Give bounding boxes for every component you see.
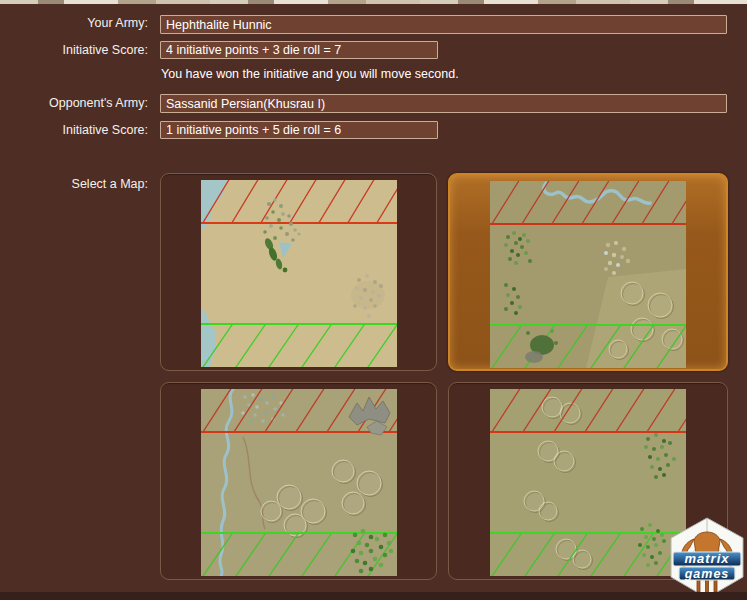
map-thumbnail-1 bbox=[201, 180, 397, 367]
select-map-label: Select a Map: bbox=[0, 177, 148, 192]
your-army-label: Your Army: bbox=[0, 16, 148, 31]
opponent-initiative-label: Initiative Score: bbox=[0, 123, 148, 138]
svg-text:matrix: matrix bbox=[684, 551, 729, 566]
your-initiative-field[interactable] bbox=[160, 41, 438, 59]
map-card-1[interactable] bbox=[160, 173, 437, 371]
map-thumbnail-4 bbox=[490, 389, 686, 576]
logo-banner-games: games bbox=[679, 567, 735, 581]
your-army-field[interactable] bbox=[160, 15, 727, 34]
opponent-initiative-field[interactable] bbox=[160, 121, 438, 139]
svg-text:games: games bbox=[684, 567, 730, 581]
opponent-army-field[interactable] bbox=[160, 94, 727, 113]
map-thumbnail-2 bbox=[490, 181, 686, 368]
map-card-3[interactable] bbox=[160, 382, 437, 580]
your-initiative-label: Initiative Score: bbox=[0, 43, 148, 58]
opponent-army-label: Opponent's Army: bbox=[0, 96, 148, 111]
window-top-texture-strip bbox=[0, 0, 747, 4]
map-thumbnail-3 bbox=[201, 389, 397, 576]
matrix-games-logo: matrix games bbox=[668, 517, 746, 599]
initiative-result-message: You have won the initiative and you will… bbox=[161, 67, 459, 81]
logo-banner-matrix: matrix bbox=[673, 551, 741, 566]
window-bottom-strip bbox=[0, 592, 747, 600]
map-card-2[interactable] bbox=[448, 173, 728, 371]
